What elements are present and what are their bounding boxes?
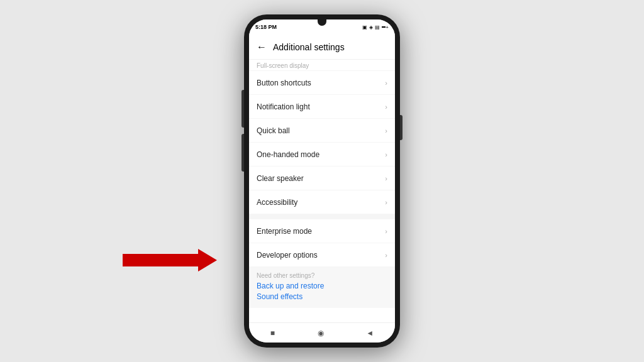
nav-back-button[interactable]: ◄ — [366, 329, 374, 337]
chevron-icon: › — [385, 251, 387, 259]
chevron-icon: › — [385, 199, 387, 206]
settings-content: Full-screen display Button shortcuts › N… — [249, 60, 395, 322]
page-title: Additional settings — [273, 42, 345, 52]
nav-stop-button[interactable]: ■ — [270, 329, 275, 337]
menu-item-notification-light[interactable]: Notification light › — [249, 95, 395, 119]
arrow-body — [123, 254, 198, 266]
menu-item-one-handed-mode[interactable]: One-handed mode › — [249, 143, 395, 167]
back-button[interactable]: ← — [257, 41, 267, 53]
phone-screen: 5:18 PM ▣ ◈ ▤ + ← Additional settings — [249, 19, 395, 343]
backup-restore-link[interactable]: Back up and restore — [257, 282, 387, 290]
menu-label-clear-speaker: Clear speaker — [257, 174, 304, 183]
menu-label-one-handed-mode: One-handed mode — [257, 150, 319, 159]
extra-section-heading: Need other settings? — [257, 272, 387, 279]
app-bar: ← Additional settings — [249, 35, 395, 60]
status-icons: ▣ ◈ ▤ + — [362, 25, 389, 30]
menu-label-accessibility: Accessibility — [257, 198, 297, 207]
battery-icon: + — [382, 25, 389, 30]
status-time: 5:18 PM — [255, 24, 277, 30]
wifi-icon: ◈ — [369, 25, 373, 30]
phone-device: 5:18 PM ▣ ◈ ▤ + ← Additional settings — [244, 14, 400, 348]
chevron-icon: › — [385, 228, 387, 235]
annotation-arrow — [123, 249, 217, 272]
menu-label-button-shortcuts: Button shortcuts — [257, 79, 311, 87]
navigation-bar: ■ ◉ ◄ — [249, 322, 395, 343]
chevron-icon: › — [385, 151, 387, 158]
signal-icon: ▤ — [375, 25, 380, 30]
arrow-shape — [123, 249, 217, 272]
chevron-icon: › — [385, 79, 387, 87]
menu-item-quick-ball[interactable]: Quick ball › — [249, 119, 395, 143]
scene: 5:18 PM ▣ ◈ ▤ + ← Additional settings — [0, 0, 644, 362]
sound-effects-link[interactable]: Sound effects — [257, 292, 387, 301]
menu-label-quick-ball: Quick ball — [257, 126, 290, 135]
extra-section: Need other settings? Back up and restore… — [249, 267, 395, 308]
menu-item-clear-speaker[interactable]: Clear speaker › — [249, 167, 395, 190]
menu-label-developer-options: Developer options — [257, 251, 318, 260]
menu-label-enterprise-mode: Enterprise mode — [257, 227, 312, 236]
nav-home-button[interactable]: ◉ — [318, 329, 324, 337]
sim-icon: ▣ — [362, 25, 367, 30]
chevron-icon: › — [385, 103, 387, 111]
menu-item-developer-options[interactable]: Developer options › — [249, 243, 395, 267]
notch — [318, 19, 326, 26]
faded-item: Full-screen display — [249, 60, 395, 71]
menu-item-button-shortcuts[interactable]: Button shortcuts › — [249, 71, 395, 95]
arrow-head — [198, 249, 217, 272]
section-divider — [249, 214, 395, 219]
menu-label-notification-light: Notification light — [257, 102, 310, 111]
chevron-icon: › — [385, 175, 387, 182]
menu-item-enterprise-mode[interactable]: Enterprise mode › — [249, 219, 395, 243]
chevron-icon: › — [385, 127, 387, 134]
status-bar: 5:18 PM ▣ ◈ ▤ + — [249, 19, 395, 35]
menu-item-accessibility[interactable]: Accessibility › — [249, 190, 395, 214]
